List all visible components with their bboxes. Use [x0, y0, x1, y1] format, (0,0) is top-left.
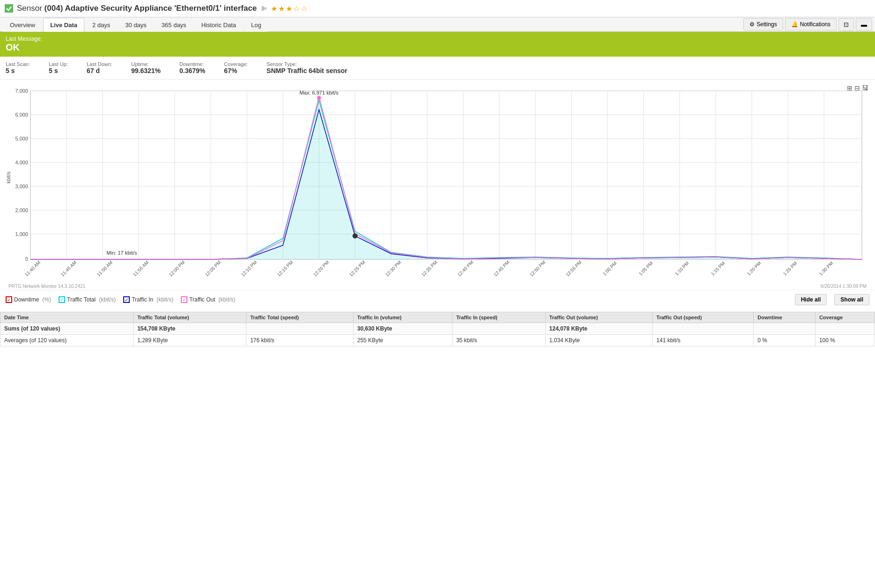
stat-last-up: Last Up: 5 s: [49, 61, 68, 74]
svg-text:12:30 PM: 12:30 PM: [385, 260, 402, 278]
svg-text:Min: 17 kbit/s: Min: 17 kbit/s: [107, 250, 137, 256]
row2-to-vol: 1,034 KByte: [545, 335, 653, 346]
legend-traffic-total-unit: (kbit/s): [99, 296, 116, 303]
svg-text:11:40 AM: 11:40 AM: [24, 260, 42, 278]
svg-text:0: 0: [25, 256, 28, 262]
legend-traffic-total-check[interactable]: ✓: [59, 296, 65, 303]
svg-text:Max: 6,971 kbit/s: Max: 6,971 kbit/s: [299, 90, 339, 96]
tabs-bar: Overview Live Data 2 days 30 days 365 da…: [0, 17, 875, 32]
svg-text:1:30 PM: 1:30 PM: [818, 261, 834, 277]
svg-text:7,000: 7,000: [15, 88, 28, 94]
icon-button-1[interactable]: ⊡: [838, 18, 854, 31]
settings-icon: ⚙: [749, 21, 755, 28]
legend-traffic-out-unit: (kbit/s): [219, 296, 236, 303]
svg-text:1:25 PM: 1:25 PM: [782, 261, 798, 277]
svg-text:12:25 PM: 12:25 PM: [349, 260, 366, 278]
notifications-icon: 🔔: [791, 21, 798, 28]
col-header-tt-vol: Traffic Total (volume): [133, 312, 246, 323]
svg-text:12:50 PM: 12:50 PM: [529, 260, 547, 278]
row1-to-spd: [653, 323, 754, 335]
legend-bar: ✓ Downtime (%) ✓ Traffic Total (kbit/s) …: [0, 290, 875, 309]
svg-text:kbit/s: kbit/s: [6, 171, 11, 184]
svg-text:1:00 PM: 1:00 PM: [602, 261, 618, 277]
stat-last-scan: Last Scan: 5 s: [6, 61, 30, 74]
svg-text:4,000: 4,000: [15, 160, 28, 165]
col-header-to-vol: Traffic Out (volume): [545, 312, 653, 323]
legend-traffic-out-label: Traffic Out: [189, 296, 215, 303]
chart-footer-left: PRTG Network Monitor 14.3.10.2421: [8, 284, 85, 289]
settings-button[interactable]: ⚙ Settings: [743, 18, 783, 30]
col-header-ti-spd: Traffic In (speed): [452, 312, 545, 323]
row2-tt-spd: 176 kbit/s: [246, 335, 353, 346]
col-header-downtime: Downtime: [754, 312, 816, 323]
svg-text:12:15 PM: 12:15 PM: [276, 260, 294, 278]
legend-traffic-out-check[interactable]: ✓: [181, 296, 187, 303]
svg-text:12:45 PM: 12:45 PM: [493, 260, 511, 278]
row2-downtime: 0 %: [754, 335, 816, 346]
hide-all-button[interactable]: Hide all: [795, 294, 827, 305]
row2-coverage: 100 %: [815, 335, 875, 346]
legend-traffic-in-check[interactable]: ✓: [123, 296, 130, 303]
svg-text:12:20 PM: 12:20 PM: [312, 260, 330, 278]
chart-wrapper: 7,000 6,000 5,000 4,000 3,000 2,000 1,00…: [5, 86, 870, 283]
legend-downtime-label: Downtime: [14, 296, 39, 303]
svg-text:11:45 AM: 11:45 AM: [60, 260, 78, 278]
tab-historic-data[interactable]: Historic Data: [194, 18, 243, 32]
row1-to-vol: 124,078 KByte: [545, 323, 653, 335]
table-row: Sums (of 120 values) 154,708 KByte 30,63…: [0, 323, 875, 335]
legend-downtime-unit: (%): [42, 296, 51, 303]
notifications-button[interactable]: 🔔 Notifications: [785, 18, 837, 30]
svg-text:11:50 AM: 11:50 AM: [96, 260, 114, 278]
row1-tt-spd: [246, 323, 353, 335]
tab-30days[interactable]: 30 days: [118, 18, 154, 32]
svg-text:11:55 AM: 11:55 AM: [132, 260, 150, 278]
legend-traffic-total: ✓ Traffic Total (kbit/s): [59, 296, 116, 303]
legend-traffic-out: ✓ Traffic Out (kbit/s): [181, 296, 235, 303]
svg-point-44: [317, 96, 321, 100]
svg-text:12:10 PM: 12:10 PM: [240, 260, 258, 278]
status-value: OK: [6, 42, 869, 53]
legend-traffic-in: ✓ Traffic In (kbit/s): [123, 296, 173, 303]
chart-footer: PRTG Network Monitor 14.3.10.2421 9/26/2…: [5, 283, 870, 290]
svg-text:12:40 PM: 12:40 PM: [457, 260, 475, 278]
tab-2days[interactable]: 2 days: [85, 18, 117, 32]
icon-button-2[interactable]: ▬: [856, 18, 872, 31]
legend-traffic-in-label: Traffic In: [132, 296, 153, 303]
svg-text:1:05 PM: 1:05 PM: [638, 261, 654, 277]
col-header-coverage: Coverage: [815, 312, 875, 323]
tab-365days[interactable]: 365 days: [155, 18, 193, 32]
svg-text:1:10 PM: 1:10 PM: [674, 261, 690, 277]
chart-container: ⊞ ⊟ 🖫 7,000 6,000 5,000 4,000 3,000 2,00…: [0, 80, 875, 290]
row1-ti-spd: [452, 323, 545, 335]
stat-downtime: Downtime: 0.3679%: [179, 61, 205, 74]
row1-coverage: [815, 323, 875, 335]
page-title: Sensor (004) Adaptive Security Appliance…: [17, 4, 257, 13]
show-all-button[interactable]: Show all: [834, 294, 869, 305]
stat-coverage: Coverage: 67%: [224, 61, 248, 74]
chart-footer-right: 9/26/2014 1:30:09 PM: [821, 284, 867, 289]
svg-text:6,000: 6,000: [15, 112, 28, 118]
svg-text:12:00 PM: 12:00 PM: [168, 260, 186, 278]
stats-row: Last Scan: 5 s Last Up: 5 s Last Down: 6…: [0, 57, 875, 80]
tab-live-data[interactable]: Live Data: [43, 18, 84, 32]
status-bar: Last Message: OK: [0, 32, 875, 57]
tab-overview[interactable]: Overview: [3, 18, 42, 32]
col-header-ti-vol: Traffic In (volume): [353, 312, 452, 323]
chart-svg: 7,000 6,000 5,000 4,000 3,000 2,000 1,00…: [5, 86, 867, 283]
legend-downtime-check[interactable]: ✓: [6, 296, 12, 303]
svg-text:2,000: 2,000: [15, 207, 28, 213]
row2-ti-vol: 255 KByte: [353, 335, 452, 346]
tab-log[interactable]: Log: [244, 18, 268, 32]
row2-ti-spd: 35 kbit/s: [452, 335, 545, 346]
legend-traffic-total-label: Traffic Total: [67, 296, 96, 303]
col-header-to-spd: Traffic Out (speed): [653, 312, 754, 323]
row2-to-spd: 141 kbit/s: [653, 335, 754, 346]
star-rating: ★★★☆☆: [271, 4, 308, 13]
row2-tt-vol: 1,289 KByte: [133, 335, 246, 346]
svg-text:3,000: 3,000: [15, 184, 28, 189]
stat-sensor-type: Sensor Type: SNMP Traffic 64bit sensor: [267, 61, 347, 74]
row1-ti-vol: 30,630 KByte: [353, 323, 452, 335]
svg-text:12:35 PM: 12:35 PM: [421, 260, 438, 278]
svg-point-46: [353, 234, 357, 238]
page-header: Sensor (004) Adaptive Security Appliance…: [0, 0, 875, 17]
